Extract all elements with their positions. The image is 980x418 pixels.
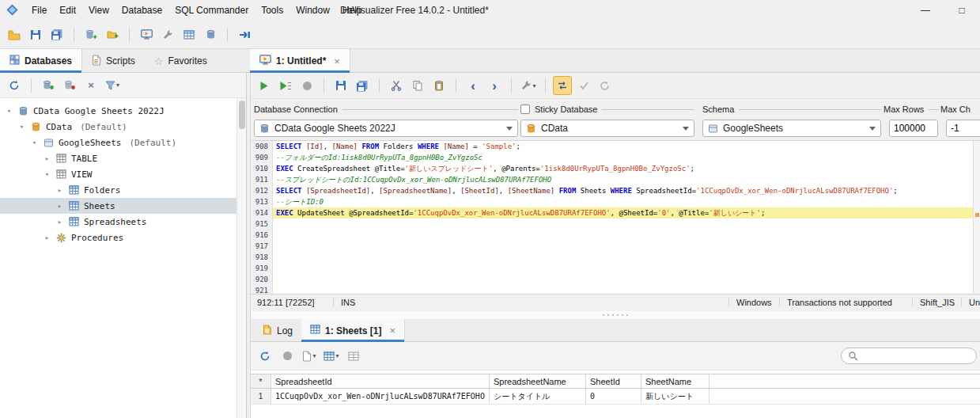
grid-row[interactable]: 1 1CCuqpOvDx_xor_Wen-oDNrjlucALswD87URAf… — [251, 389, 980, 405]
editor-line-909[interactable]: 909--フォルダーのId:1isk8d0UrRypUTa_8gpnH0Bo_Z… — [251, 152, 973, 163]
refresh-result-button[interactable] — [255, 347, 274, 366]
editor-line-921[interactable]: 921 — [251, 285, 973, 294]
editor-line-text[interactable] — [273, 218, 973, 230]
editor-line-915[interactable]: 915 — [251, 218, 973, 230]
collapsed-expander-icon[interactable]: ▸ — [43, 234, 51, 241]
tab-log[interactable]: Log — [254, 319, 301, 342]
grid-options-button[interactable]: ▾ — [322, 347, 341, 366]
execute-button[interactable] — [255, 76, 274, 95]
editor-line-918[interactable]: 918 — [251, 252, 973, 263]
column-header-spreadsheetid[interactable]: SpreadsheetId — [271, 374, 490, 388]
tree-scrollbar[interactable] — [236, 98, 246, 418]
editor-line-910[interactable]: 910EXEC CreateSpreadsheet @Title='新しいスプレ… — [251, 163, 973, 174]
editor-line-919[interactable]: 919 — [251, 263, 973, 274]
tree-item-googlesheets[interactable]: ▾GoogleSheets(Default) — [0, 135, 236, 150]
expanded-expander-icon[interactable]: ▾ — [5, 107, 13, 115]
menu-window[interactable]: Window — [289, 2, 336, 19]
editor-line-912[interactable]: 912SELECT [SpreadsheetId], [SpreadsheetN… — [251, 185, 973, 196]
results-splitter[interactable] — [251, 311, 980, 319]
menu-edit[interactable]: Edit — [53, 2, 82, 19]
tab-sheets-result[interactable]: 1: Sheets [1] × — [301, 319, 405, 342]
editor-line-text[interactable]: --フォルダーのId:1isk8d0UrRypUTa_8gpnH0Bo_ZvYg… — [273, 152, 973, 163]
search-input[interactable] — [862, 352, 974, 361]
schema-combo[interactable]: GoogleSheets — [702, 120, 881, 137]
driver-manager-button[interactable] — [235, 25, 254, 44]
connect-button[interactable] — [39, 76, 58, 95]
filter-button[interactable]: ▾ — [103, 76, 122, 95]
save-button[interactable] — [26, 25, 45, 44]
editor-line-text[interactable] — [273, 274, 973, 285]
paste-button[interactable] — [429, 76, 448, 95]
stop-button[interactable] — [297, 76, 316, 95]
disconnect-button[interactable] — [60, 76, 79, 95]
settings-button[interactable]: ▾ — [519, 76, 538, 95]
compare-grid-button[interactable] — [344, 347, 363, 366]
commit-button[interactable] — [574, 76, 593, 95]
create-connection-button[interactable] — [81, 25, 100, 44]
editor-line-text[interactable]: EXEC UpdateSheet @SpreadsheetId='1CCuqpO… — [273, 207, 973, 218]
create-folder-button[interactable] — [103, 25, 122, 44]
cell-spreadsheetid[interactable]: 1CCuqpOvDx_xor_Wen-oDNrjlucALswD87URAf7E… — [271, 389, 490, 404]
grid-corner-header[interactable]: * — [251, 374, 271, 388]
sticky-database-checkbox[interactable] — [520, 104, 530, 114]
column-header-sheetid[interactable]: SheetId — [586, 374, 641, 388]
editor-line-text[interactable] — [273, 285, 973, 294]
tab-scripts[interactable]: Scripts — [82, 49, 145, 73]
collapsed-expander-icon[interactable]: ▸ — [43, 154, 51, 162]
editor-line-text[interactable] — [273, 230, 973, 241]
editor-line-text[interactable]: --スプレッドシートのId:1CCuqpOvDx_xor_Wen-oDNrjlu… — [273, 174, 973, 185]
close-tab-icon[interactable]: × — [334, 55, 340, 67]
previous-statement-button[interactable]: ‹ — [464, 76, 482, 95]
tree-item-cdata-google-sheets-2022j[interactable]: ▾CData Google Sheets 2022J — [0, 103, 236, 119]
menu-tools[interactable]: Tools — [255, 2, 289, 19]
rollback-button[interactable] — [596, 76, 615, 95]
minimize-button[interactable]: — — [907, 0, 944, 21]
tree-item-sheets[interactable]: ▸Sheets — [0, 198, 236, 214]
editor-line-text[interactable]: SELECT [SpreadsheetId], [SpreadsheetName… — [273, 185, 973, 196]
next-statement-button[interactable]: › — [485, 76, 504, 95]
editor-line-text[interactable] — [273, 241, 973, 252]
tree-item-cdata[interactable]: ▾CData(Default) — [0, 119, 236, 135]
editor-line-text[interactable] — [273, 252, 973, 263]
save-all-button[interactable] — [47, 25, 66, 44]
editor-line-text[interactable]: SELECT [Id], [Name] FROM Folders WHERE [… — [273, 141, 973, 152]
editor-line-920[interactable]: 920 — [251, 274, 973, 285]
scrollbar-thumb[interactable] — [239, 101, 245, 129]
copy-button[interactable] — [408, 76, 427, 95]
tree-item-table[interactable]: ▸TABLE — [0, 150, 236, 166]
collapsed-expander-icon[interactable]: ▸ — [55, 186, 64, 194]
row-number-cell[interactable]: 1 — [251, 389, 271, 404]
expanded-expander-icon[interactable]: ▾ — [17, 123, 26, 131]
tab-databases[interactable]: Databases — [0, 49, 82, 73]
save-all-button[interactable] — [353, 76, 372, 95]
menu-view[interactable]: View — [82, 2, 115, 19]
close-tab-icon[interactable]: × — [389, 325, 395, 336]
tree-item-view[interactable]: ▾VIEW — [0, 166, 236, 182]
editor-line-text[interactable] — [273, 263, 973, 274]
max-rows-input[interactable] — [889, 120, 938, 137]
export-button[interactable]: ▾ — [300, 347, 319, 366]
editor-line-911[interactable]: 911--スプレッドシートのId:1CCuqpOvDx_xor_Wen-oDNr… — [251, 174, 973, 185]
refresh-button[interactable] — [5, 76, 24, 95]
cut-button[interactable] — [387, 76, 406, 95]
menu-sql-commander[interactable]: SQL Commander — [168, 2, 255, 19]
execute-script-button[interactable] — [276, 76, 295, 95]
cell-sheetname[interactable]: 新しいシート — [641, 389, 709, 404]
menu-file[interactable]: File — [25, 2, 53, 19]
tab-favorites[interactable]: ☆ Favorites — [145, 49, 217, 73]
remove-connection-button[interactable]: × — [81, 76, 100, 95]
tab-editor-untitled[interactable]: 1: Untitled* × — [250, 49, 350, 73]
database-combo[interactable]: CData — [520, 120, 694, 137]
editor-line-908[interactable]: 908SELECT [Id], [Name] FROM Folders WHER… — [251, 141, 973, 152]
editor-line-914[interactable]: 914EXEC UpdateSheet @SpreadsheetId='1CCu… — [251, 207, 973, 218]
editor-error-stripe[interactable] — [973, 141, 980, 294]
editor-line-917[interactable]: 917 — [251, 241, 973, 252]
sql-commander-button[interactable] — [137, 25, 156, 44]
editor-line-913[interactable]: 913--シートID:0 — [251, 196, 973, 207]
auto-commit-toggle-button[interactable] — [553, 76, 572, 95]
tree-item-folders[interactable]: ▸Folders — [0, 182, 236, 198]
cell-spreadsheetname[interactable]: シートタイトル — [490, 389, 586, 404]
max-chars-input[interactable] — [946, 120, 980, 137]
column-header-sheetname[interactable]: SheetName — [641, 374, 709, 388]
editor-line-916[interactable]: 916 — [251, 230, 973, 241]
